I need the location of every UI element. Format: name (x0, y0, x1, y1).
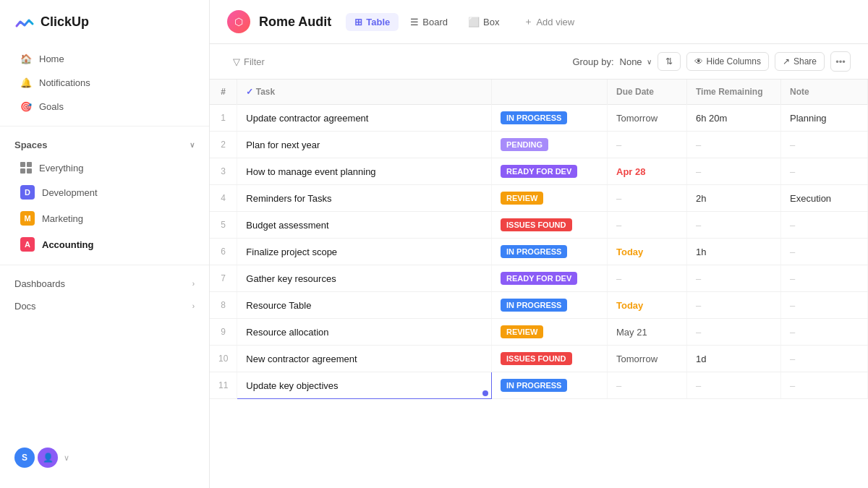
status-cell[interactable]: READY FOR DEV (492, 158, 608, 185)
status-cell[interactable]: REVIEW (492, 185, 608, 212)
note-cell: – (781, 158, 868, 185)
time-remaining-value: 1h (696, 247, 706, 257)
user-avatar-s[interactable]: S (14, 448, 35, 468)
nav-home[interactable]: 🏠 Home (6, 47, 203, 70)
status-cell[interactable]: PENDING (492, 132, 608, 158)
table-row[interactable]: 1 Update contractor agreement IN PROGRES… (210, 105, 868, 132)
task-name-cell[interactable]: Reminders for Tasks (237, 185, 492, 212)
sidebar-item-marketing[interactable]: M Marketing (6, 206, 203, 231)
table-row[interactable]: 4 Reminders for Tasks REVIEW – 2h Execut… (210, 185, 868, 212)
status-cell[interactable]: IN PROGRESS (492, 105, 608, 132)
status-badge: IN PROGRESS (501, 245, 567, 258)
tab-table[interactable]: ⊞ Table (346, 13, 399, 31)
task-name-cell[interactable]: Finalize project scope (237, 239, 492, 265)
col-header-num: # (210, 80, 237, 105)
tab-board-label: Board (422, 17, 448, 27)
task-name-cell[interactable]: Budget assessment (237, 212, 492, 239)
table-row[interactable]: 5 Budget assessment ISSUES FOUND – – – (210, 212, 868, 239)
time-remaining-value: – (696, 327, 701, 338)
note-cell: – (781, 212, 868, 239)
table-row[interactable]: 3 How to manage event planning READY FOR… (210, 158, 868, 185)
due-date-value: Tomorrow (616, 354, 658, 364)
task-name-cell[interactable]: Resource Table (237, 292, 492, 319)
status-cell[interactable]: REVIEW (492, 319, 608, 346)
sidebar-item-everything[interactable]: Everything (6, 157, 203, 179)
status-cell[interactable]: ISSUES FOUND (492, 212, 608, 239)
table-row[interactable]: 10 New contractor agreement ISSUES FOUND… (210, 346, 868, 372)
status-cell[interactable]: IN PROGRESS (492, 292, 608, 319)
hide-columns-label: Hide Columns (707, 56, 761, 67)
task-name-cell[interactable]: Update contractor agreement (237, 105, 492, 132)
task-name: Reminders for Tasks (246, 193, 331, 204)
note-cell: – (781, 132, 868, 158)
toolbar: ▽ Filter Group by: None ∨ ⇅ 👁 Hide Colum… (210, 44, 868, 80)
grid-icon (20, 162, 32, 174)
group-by-control[interactable]: Group by: None ∨ (572, 56, 651, 67)
hide-columns-button[interactable]: 👁 Hide Columns (686, 52, 769, 71)
page-title: Rome Audit (259, 14, 331, 30)
row-num: 4 (210, 185, 237, 212)
note-cell: Execution (781, 185, 868, 212)
table-row[interactable]: 7 Gather key resources READY FOR DEV – –… (210, 265, 868, 292)
status-cell[interactable]: READY FOR DEV (492, 265, 608, 292)
time-remaining-cell: 1h (687, 239, 781, 265)
time-remaining-cell: – (687, 319, 781, 346)
docs-label: Docs (14, 301, 36, 312)
nav-notifications[interactable]: 🔔 Notifications (6, 71, 203, 94)
sidebar-docs[interactable]: Docs › (0, 295, 209, 317)
page-header: ⬡ Rome Audit ⊞ Table ☰ Board ⬜ Box ＋ Add… (210, 0, 868, 44)
due-date-value: Apr 28 (616, 166, 645, 177)
goals-icon: 🎯 (20, 100, 32, 112)
tab-box[interactable]: ⬜ Box (459, 13, 508, 31)
view-icon: ⬡ (227, 10, 250, 33)
board-icon: ☰ (410, 17, 419, 27)
sidebar-dashboards[interactable]: Dashboards › (0, 273, 209, 295)
table-row[interactable]: 6 Finalize project scope IN PROGRESS Tod… (210, 239, 868, 265)
due-date-cell: Today (608, 292, 687, 319)
time-remaining-cell: – (687, 372, 781, 399)
note-value: Planning (790, 113, 827, 124)
sidebar-item-accounting[interactable]: A Accounting (6, 232, 203, 257)
row-num: 5 (210, 212, 237, 239)
logo: ClickUp (0, 12, 209, 46)
time-remaining-cell: – (687, 212, 781, 239)
tab-board[interactable]: ☰ Board (401, 13, 456, 31)
task-name-cell[interactable]: New contractor agreement (237, 346, 492, 372)
status-cell[interactable]: IN PROGRESS (492, 372, 608, 399)
due-date-cell: Apr 28 (608, 158, 687, 185)
task-name-cell[interactable]: Gather key resources (237, 265, 492, 292)
time-remaining-cell: – (687, 292, 781, 319)
bell-icon: 🔔 (20, 77, 32, 88)
status-badge: REVIEW (501, 325, 543, 338)
note-cell: – (781, 346, 868, 372)
task-name-cell[interactable]: Resource allocation (237, 319, 492, 346)
table-row[interactable]: 8 Resource Table IN PROGRESS Today – – (210, 292, 868, 319)
share-button[interactable]: ↗ Share (775, 52, 825, 71)
status-cell[interactable]: IN PROGRESS (492, 239, 608, 265)
task-name-cell[interactable]: How to manage event planning (237, 158, 492, 185)
sidebar-item-development[interactable]: D Development (6, 180, 203, 205)
development-avatar: D (20, 185, 35, 200)
table-row[interactable]: 2 Plan for next year PENDING – – – (210, 132, 868, 158)
filter-button[interactable]: ▽ Filter (227, 53, 271, 70)
task-name: Resource allocation (246, 327, 328, 338)
group-by-value: None (620, 56, 642, 67)
more-options-button[interactable]: ••• (830, 51, 851, 72)
box-icon: ⬜ (468, 17, 480, 27)
sort-button[interactable]: ⇅ (658, 52, 681, 71)
tab-box-label: Box (483, 17, 499, 27)
add-view-button[interactable]: ＋ Add view (516, 12, 582, 32)
row-num: 7 (210, 265, 237, 292)
spaces-chevron[interactable]: ∨ (190, 141, 195, 149)
task-name-cell[interactable]: Update key objectives (237, 372, 492, 399)
table-row[interactable]: 9 Resource allocation REVIEW May 21 – – (210, 319, 868, 346)
user-avatar-photo[interactable]: 👤 (38, 448, 58, 468)
due-date-value: Today (616, 247, 643, 257)
status-cell[interactable]: ISSUES FOUND (492, 346, 608, 372)
task-name-cell[interactable]: Plan for next year (237, 132, 492, 158)
table-row[interactable]: 11 Update key objectives IN PROGRESS – –… (210, 372, 868, 399)
time-remaining-value: – (696, 380, 701, 391)
due-date-value: – (616, 273, 621, 284)
time-remaining-value: – (696, 220, 701, 231)
nav-goals[interactable]: 🎯 Goals (6, 95, 203, 118)
